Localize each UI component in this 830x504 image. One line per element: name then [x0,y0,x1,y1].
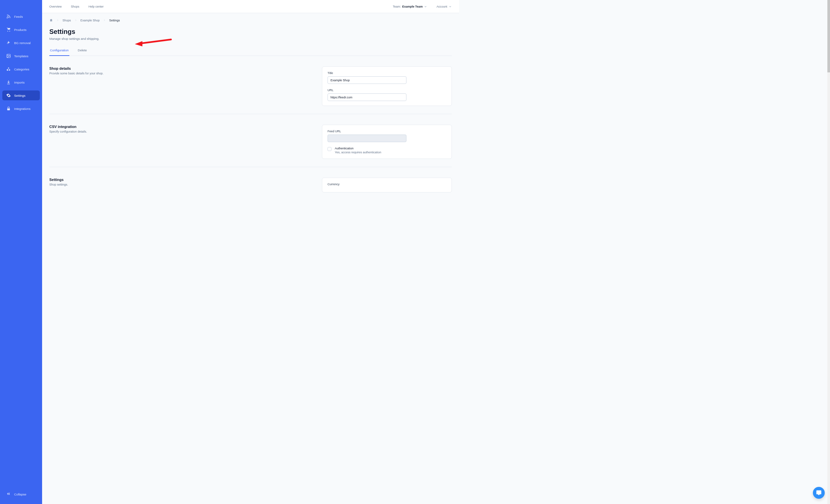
url-input[interactable] [327,93,407,101]
team-name: Example Team [402,5,422,8]
team-switcher[interactable]: Team: Example Team [393,5,427,8]
sidebar-item-label: BG removal [14,41,31,45]
section-desc: Shop settings. [49,183,115,186]
sidebar-item-label: Categories [14,67,29,71]
section-csv: CSV integration Specify configuration de… [49,121,452,167]
shapes-icon [6,67,11,71]
section-left: Shop details Provide some basic details … [49,66,115,106]
field-auth: Authentication Yes, access requires auth… [327,147,446,154]
sidebar-item-settings[interactable]: Settings [2,91,40,100]
svg-rect-3 [7,69,8,71]
section-right: Title URL [322,66,452,106]
breadcrumb-current: Settings [109,19,120,22]
section-desc: Specify configuration details. [49,130,115,133]
breadcrumb: Shops Example Shop Settings [49,19,452,22]
gear-icon [6,93,11,98]
page-subtitle: Manage shop settings and shipping. [49,37,452,40]
section-shop-details: Shop details Provide some basic details … [49,63,452,114]
sidebar-item-feeds[interactable]: Feeds [2,11,40,21]
feed-url-label: Feed URL [327,130,446,133]
breadcrumb-shop[interactable]: Example Shop [81,19,100,22]
field-title: Title [327,71,446,84]
field-url: URL [327,89,446,101]
settings-card: Currency [322,178,452,192]
auth-label: Authentication [335,147,381,150]
chevron-right-icon [56,19,59,22]
topbar: Overview Shops Help center Team: Example… [42,0,459,13]
sidebar-item-products[interactable]: Products [2,25,40,35]
main: Overview Shops Help center Team: Example… [42,0,459,280]
chevron-down-icon [449,5,452,8]
shop-details-card: Title URL [322,66,452,106]
svg-point-2 [7,55,8,56]
account-menu[interactable]: Account [436,5,452,8]
chevron-right-icon [74,19,77,22]
tab-configuration[interactable]: Configuration [49,46,69,56]
section-title: Settings [49,178,115,182]
topbar-right: Team: Example Team Account [393,5,452,8]
section-right: Currency [322,178,452,192]
auth-sub: Yes, access requires authentication [335,151,381,154]
topbar-overview[interactable]: Overview [49,5,62,8]
sidebar: Feeds Products BG removal Templates Cate… [0,0,42,280]
sidebar-item-bg-removal[interactable]: BG removal [2,38,40,48]
currency-label: Currency [327,183,446,186]
tabs: Configuration Delete [49,46,452,56]
content: Shops Example Shop Settings Settings Man… [42,13,459,214]
section-left: Settings Shop settings. [49,178,115,192]
topbar-shops[interactable]: Shops [71,5,79,8]
sidebar-item-integrations[interactable]: Integrations [2,104,40,114]
page-title: Settings [49,28,452,35]
section-title: Shop details [49,66,115,70]
sidebar-item-categories[interactable]: Categories [2,64,40,74]
chevron-down-icon [424,5,427,8]
url-label: URL [327,89,446,92]
csv-card: Feed URL Authentication Yes, access requ… [322,125,452,159]
breadcrumb-shops[interactable]: Shops [62,19,71,22]
team-prefix: Team: [393,5,401,8]
section-desc: Provide some basic details for your shop… [49,72,115,75]
tab-delete[interactable]: Delete [77,46,88,56]
section-left: CSV integration Specify configuration de… [49,125,115,159]
section-settings: Settings Shop settings. Currency [49,175,452,200]
image-icon [6,54,11,58]
section-right: Feed URL Authentication Yes, access requ… [322,125,452,159]
chevron-right-icon [103,19,106,22]
account-label: Account [436,5,447,8]
topbar-help[interactable]: Help center [89,5,104,8]
auth-checkbox[interactable] [327,147,331,151]
sidebar-item-templates[interactable]: Templates [2,51,40,61]
sidebar-item-imports[interactable]: Imports [2,77,40,87]
sidebar-item-label: Feeds [14,15,23,19]
sidebar-item-label: Products [14,28,27,32]
home-icon[interactable] [49,19,53,22]
sidebar-item-label: Imports [14,81,25,84]
sidebar-item-label: Integrations [14,107,31,111]
topbar-left: Overview Shops Help center [49,5,104,8]
sidebar-items: Feeds Products BG removal Templates Cate… [0,11,42,280]
cart-icon [6,27,11,32]
field-feed-url: Feed URL [327,130,446,142]
svg-point-0 [7,18,7,18]
download-icon [6,80,11,85]
svg-rect-5 [7,108,10,110]
svg-point-4 [9,69,10,71]
rss-icon [6,14,11,19]
title-input[interactable] [327,76,407,84]
section-title: CSV integration [49,125,115,129]
sidebar-item-label: Settings [14,94,25,97]
title-label: Title [327,71,446,75]
sparkle-icon [6,40,11,45]
lock-icon [6,106,11,111]
field-currency: Currency [327,183,446,186]
feed-url-input[interactable] [327,134,407,142]
sidebar-item-label: Templates [14,54,28,58]
